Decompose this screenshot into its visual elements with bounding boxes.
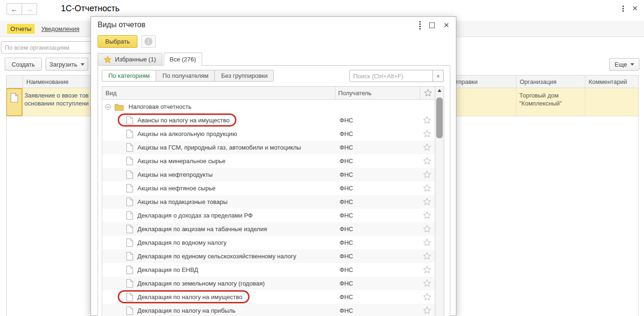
- report-row[interactable]: Авансы по налогу на имущество ФНС: [102, 113, 435, 127]
- report-row[interactable]: Акцизы на нефтепродукты ФНС: [102, 168, 435, 181]
- report-receiver: ФНС: [340, 130, 353, 137]
- document-icon: [126, 306, 133, 315]
- column-organization[interactable]: Организация: [516, 75, 585, 88]
- favorite-star-icon[interactable]: [423, 171, 431, 180]
- tab-reports[interactable]: Отчеты: [7, 24, 35, 34]
- window-controls: ✕: [622, 5, 638, 12]
- tab-notifications[interactable]: Уведомления: [41, 25, 79, 32]
- report-rows: Налоговая отчетность Авансы по налогу на…: [102, 100, 435, 316]
- favorite-star-icon[interactable]: [423, 307, 431, 316]
- column-receiver[interactable]: Получатель: [338, 90, 371, 97]
- group-label: Налоговая отчетность: [129, 103, 191, 110]
- folder-icon: [114, 103, 124, 111]
- report-kind-name: Акцизы на алкогольную продукцию: [137, 130, 237, 137]
- report-kind-name: Декларация по земельному налогу (годовая…: [137, 280, 265, 287]
- report-row[interactable]: Декларация по налогу на имущество ФНС: [102, 290, 435, 304]
- dialog-more-menu-icon[interactable]: [419, 21, 421, 30]
- more-button[interactable]: Еще: [609, 58, 639, 71]
- tree-group-row[interactable]: Налоговая отчетность: [102, 100, 435, 113]
- forward-arrow-icon: →: [26, 5, 33, 13]
- document-icon: [126, 225, 133, 233]
- report-row[interactable]: Декларация по ЕНВД ФНС: [102, 263, 435, 277]
- maximize-icon[interactable]: [429, 23, 435, 28]
- back-arrow-icon: ←: [11, 5, 18, 13]
- column-icon[interactable]: [6, 75, 23, 88]
- report-kind-name: Декларация по ЕНВД: [137, 266, 198, 273]
- collapse-icon[interactable]: [105, 104, 111, 110]
- dialog-controls: ✕: [419, 21, 449, 30]
- forward-button[interactable]: →: [22, 3, 37, 15]
- document-icon: [126, 170, 133, 179]
- report-receiver: ФНС: [340, 226, 353, 233]
- document-icon: [126, 129, 133, 138]
- table-border: [6, 88, 7, 316]
- star-icon: [104, 56, 112, 63]
- favorite-star-icon[interactable]: [423, 225, 431, 234]
- report-row[interactable]: Декларация о доходах за пределами РФ ФНС: [102, 209, 435, 222]
- report-row[interactable]: Декларация по налогу на прибыль ФНС: [102, 304, 435, 316]
- scrollbar[interactable]: [435, 87, 444, 316]
- info-button[interactable]: [141, 35, 156, 48]
- no-grouping-button[interactable]: Без группировки: [214, 70, 274, 82]
- favorite-star-icon[interactable]: [423, 293, 431, 302]
- column-favorite[interactable]: [424, 89, 432, 98]
- favorite-star-icon[interactable]: [423, 211, 431, 220]
- favorite-star-icon[interactable]: [423, 266, 431, 275]
- favorite-star-icon[interactable]: [423, 239, 431, 248]
- document-icon: [126, 238, 133, 247]
- favorite-star-icon[interactable]: [423, 279, 431, 288]
- load-button[interactable]: Загрузить: [45, 58, 88, 71]
- close-icon[interactable]: ✕: [632, 5, 638, 12]
- document-icon: [126, 211, 133, 220]
- report-row[interactable]: Декларация по единому сельскохозяйственн…: [102, 249, 435, 263]
- report-kind-name: Акцизы на нефтяное сырье: [137, 185, 215, 192]
- report-row[interactable]: Акцизы на минеральное сырье ФНС: [102, 154, 435, 168]
- dialog-close-icon[interactable]: ✕: [443, 22, 449, 29]
- organization-filter-input[interactable]: [1, 41, 100, 53]
- report-kind-name: Акцизы на минеральное сырье: [137, 158, 226, 165]
- favorite-star-icon[interactable]: [423, 157, 431, 166]
- report-row[interactable]: Акцизы на подакцизные товары ФНС: [102, 195, 435, 209]
- favorite-star-icon[interactable]: [423, 130, 431, 139]
- group-by-receiver-button[interactable]: По получателям: [156, 70, 215, 82]
- report-kind-name: Акцизы на нефтепродукты: [137, 171, 212, 178]
- tab-favorites[interactable]: Избранные (1): [98, 53, 162, 66]
- more-menu-icon[interactable]: [622, 6, 624, 12]
- column-comment[interactable]: Комментарий: [585, 75, 639, 88]
- document-icon: [10, 93, 18, 103]
- column-kind[interactable]: Вид: [106, 90, 117, 97]
- selected-cell[interactable]: [6, 88, 23, 116]
- report-row[interactable]: Акцизы на алкогольную продукцию ФНС: [102, 127, 435, 141]
- favorite-star-icon[interactable]: [423, 116, 431, 125]
- report-receiver: ФНС: [340, 307, 353, 314]
- info-icon: [144, 38, 152, 45]
- star-icon: [424, 89, 432, 97]
- report-row[interactable]: Декларация по земельному налогу (годовая…: [102, 277, 435, 290]
- report-receiver: ФНС: [340, 171, 353, 178]
- group-by-category-button[interactable]: По категориям: [102, 70, 156, 82]
- dialog-title: Виды отчетов: [98, 21, 145, 29]
- table-border: [638, 75, 639, 316]
- report-row[interactable]: Акцизы на нефтяное сырье ФНС: [102, 181, 435, 195]
- report-row[interactable]: Декларация по водному налогу ФНС: [102, 236, 435, 249]
- search-clear-button[interactable]: ×: [433, 70, 444, 82]
- tab-all[interactable]: Все (276): [164, 53, 202, 66]
- report-row[interactable]: Акцизы на ГСМ, природный газ, автомобили…: [102, 141, 435, 154]
- create-button[interactable]: Создать: [5, 58, 42, 71]
- scroll-up-icon[interactable]: [438, 89, 441, 92]
- chevron-down-icon: [81, 63, 84, 66]
- favorite-star-icon[interactable]: [423, 143, 431, 152]
- favorite-star-icon[interactable]: [423, 198, 431, 207]
- scrollbar-thumb[interactable]: [436, 98, 443, 138]
- select-button[interactable]: Выбрать: [98, 35, 137, 48]
- report-kind-name: Декларация по акцизам на табачные издели…: [137, 226, 267, 233]
- search-input[interactable]: [349, 70, 433, 82]
- back-button[interactable]: ←: [7, 3, 22, 15]
- favorite-star-icon[interactable]: [423, 252, 431, 261]
- document-icon: [126, 279, 133, 288]
- report-receiver: ФНС: [340, 293, 353, 301]
- favorite-star-icon[interactable]: [423, 184, 431, 193]
- header-divider: [420, 87, 420, 99]
- page-title: 1С-Отчетность: [61, 4, 120, 14]
- report-row[interactable]: Декларация по акцизам на табачные издели…: [102, 222, 435, 236]
